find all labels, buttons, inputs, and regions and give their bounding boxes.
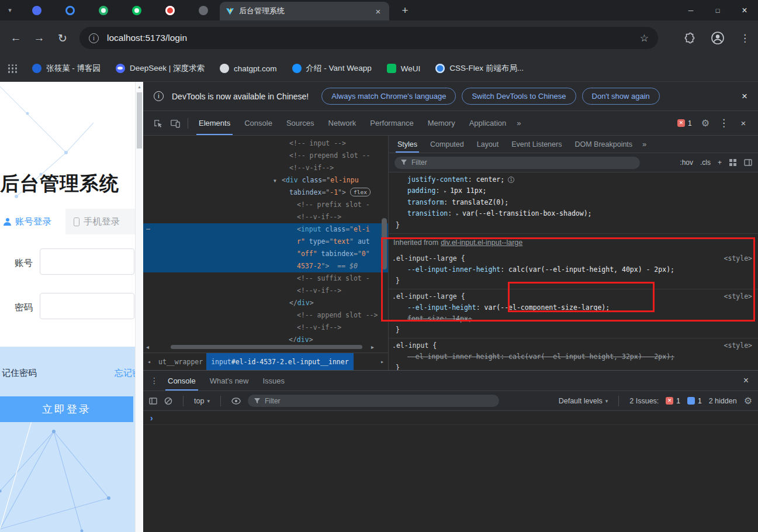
styles-tab-dom-breakpoints[interactable]: DOM Breakpoints: [568, 136, 639, 153]
devtools-tab-network[interactable]: Network: [321, 111, 364, 135]
issues-error-badge[interactable]: ✕ 1: [666, 397, 680, 405]
issues-message-badge[interactable]: 1: [687, 397, 702, 405]
rule-selector[interactable]: .el-input--large {: [392, 253, 752, 264]
page-scrollbar[interactable]: ▲: [135, 82, 143, 532]
drawer-close-icon[interactable]: ×: [743, 375, 753, 386]
new-rule-button[interactable]: +: [718, 158, 722, 167]
dom-tree-line[interactable]: <!-- input -->: [143, 137, 388, 150]
bookmark-item[interactable]: 张筱菓 - 博客园: [32, 63, 101, 74]
crumb-right-icon[interactable]: ▸: [376, 358, 388, 365]
clear-console-icon[interactable]: [164, 397, 172, 405]
dom-tree-vscrollbar[interactable]: [382, 218, 387, 270]
css-declaration[interactable]: --el-input-inner-height: calc(var(--el-i…: [392, 264, 752, 275]
collapse-arrow-icon[interactable]: ▼: [274, 175, 282, 187]
devtools-close-icon[interactable]: ×: [738, 118, 749, 128]
site-info-icon[interactable]: i: [89, 33, 99, 43]
error-count-badge[interactable]: ✕ 1: [677, 119, 692, 127]
dom-tree-line[interactable]: <!-- suffix slot -: [143, 272, 388, 285]
profile-avatar[interactable]: [711, 31, 725, 45]
pinned-tab[interactable]: [120, 0, 153, 20]
log-levels-selector[interactable]: Default levels ▾: [559, 397, 608, 405]
css-declaration[interactable]: justify-content: center;i: [392, 174, 752, 185]
url-text[interactable]: localhost:5173/login: [107, 33, 635, 43]
active-tab[interactable]: 后台管理系统 ×: [220, 2, 389, 20]
dock-sidebar-icon[interactable]: [744, 158, 752, 167]
flex-editor-icon[interactable]: i: [508, 177, 514, 183]
styles-tab-styles[interactable]: Styles: [391, 136, 424, 153]
js-context-selector[interactable]: top ▾: [194, 397, 210, 405]
breadcrumb-selected[interactable]: input #el-id-4537-2 .el-input__inner: [206, 353, 353, 370]
browser-menu-icon[interactable]: ⋮: [740, 32, 750, 44]
hscroll-right-icon[interactable]: ▸: [371, 344, 374, 350]
scrollbar-thumb[interactable]: [137, 92, 142, 148]
device-toolbar-icon[interactable]: [167, 118, 184, 129]
reload-button[interactable]: ↻: [55, 32, 70, 45]
dom-tree-line[interactable]: </div>: [143, 297, 388, 309]
extensions-icon[interactable]: [684, 32, 695, 44]
tab-account-login[interactable]: 账号登录: [4, 209, 51, 234]
back-button[interactable]: ←: [8, 32, 23, 44]
infobar-close-icon[interactable]: ×: [742, 91, 747, 102]
issues-label[interactable]: 2 Issues:: [629, 397, 659, 405]
drawer-menu-icon[interactable]: ⋮: [148, 376, 161, 385]
bookmark-item[interactable]: chatgpt.com: [220, 64, 277, 73]
drawer-tab-issues[interactable]: Issues: [256, 371, 292, 391]
tab-phone-login[interactable]: 手机登录: [65, 209, 135, 234]
css-declaration[interactable]: transition: ▸ var(--el-transition-box-sh…: [392, 208, 752, 220]
drawer-tab-console[interactable]: Console: [161, 371, 203, 391]
pinned-tab[interactable]: [53, 0, 86, 20]
console-sidebar-icon[interactable]: [149, 397, 157, 405]
css-declaration[interactable]: padding: ▸ 1px 11px;: [392, 185, 752, 197]
apps-grid-icon[interactable]: [8, 64, 17, 73]
devtools-tab-console[interactable]: Console: [237, 111, 279, 135]
bookmark-item[interactable]: CSS-Flex 前端布局...: [435, 63, 524, 74]
tab-close-icon[interactable]: ×: [373, 6, 383, 16]
style-origin-link[interactable]: <style>: [724, 340, 752, 351]
tab-search-button[interactable]: ▾: [0, 0, 20, 20]
devtools-tab-performance[interactable]: Performance: [363, 111, 420, 135]
dom-tree-line[interactable]: <!-- prepend slot --: [143, 150, 388, 162]
omnibox[interactable]: i localhost:5173/login ☆: [79, 27, 658, 49]
pinned-tab[interactable]: [153, 0, 186, 20]
more-tabs-icon[interactable]: »: [513, 119, 524, 127]
rule-selector[interactable]: .el-input {: [392, 340, 752, 351]
infobar-button[interactable]: Always match Chrome's language: [321, 88, 456, 105]
dom-tree-line[interactable]: <!-- append slot -->: [143, 309, 388, 322]
crumb-left-icon[interactable]: ◂: [143, 358, 155, 365]
account-input[interactable]: [40, 248, 134, 275]
pseudo-state-toggle[interactable]: :hov: [680, 158, 693, 167]
style-origin-link[interactable]: <style>: [724, 291, 752, 302]
console-prompt[interactable]: ›: [143, 411, 758, 425]
more-tabs-icon[interactable]: »: [639, 140, 650, 148]
bookmark-item[interactable]: 介绍 - Vant Weapp: [292, 63, 372, 74]
css-declaration[interactable]: transform: translateZ(0);: [392, 197, 752, 208]
styles-filter-input[interactable]: Filter: [394, 157, 640, 169]
dom-tree-line[interactable]: <!--v-if-->: [143, 162, 388, 174]
devtools-settings-icon[interactable]: ⚙: [701, 118, 709, 129]
console-settings-icon[interactable]: ⚙: [744, 395, 752, 406]
more-actions-icon[interactable]: ⋯: [146, 223, 151, 236]
inherited-selector-link[interactable]: div.el-input.el-input--large: [441, 239, 522, 247]
bookmark-item[interactable]: DeepSeek | 深度求索: [116, 63, 205, 74]
dom-tree-hscrollbar[interactable]: ◂ ▸: [143, 342, 388, 353]
remember-password-label[interactable]: 记住密码: [2, 368, 37, 379]
breadcrumb-parent[interactable]: ut__wrapper: [155, 353, 206, 370]
devtools-tab-memory[interactable]: Memory: [421, 111, 462, 135]
dom-tree-line[interactable]: </div>: [143, 334, 388, 342]
password-input[interactable]: [40, 293, 134, 319]
hidden-messages-label[interactable]: 2 hidden: [709, 397, 737, 405]
flex-badge[interactable]: flex: [350, 188, 371, 196]
styles-tab-event-listeners[interactable]: Event Listeners: [505, 136, 568, 153]
styles-tab-computed[interactable]: Computed: [424, 136, 470, 153]
pinned-tab[interactable]: [186, 0, 220, 20]
dom-tree-line[interactable]: ⋯<input class="el-i: [143, 223, 388, 236]
inspect-element-icon[interactable]: [149, 118, 167, 129]
login-button[interactable]: 立即登录: [0, 396, 133, 422]
forward-button[interactable]: →: [32, 32, 47, 44]
minimize-button[interactable]: ─: [677, 0, 704, 20]
console-filter-input[interactable]: Filter: [248, 395, 499, 407]
dom-tree-line[interactable]: <!--v-if-->: [143, 285, 388, 297]
forgot-password-link[interactable]: 忘记密码: [115, 368, 135, 379]
live-expression-eye-icon[interactable]: [231, 398, 241, 405]
dom-tree-line[interactable]: r" type="text" aut: [143, 236, 388, 248]
